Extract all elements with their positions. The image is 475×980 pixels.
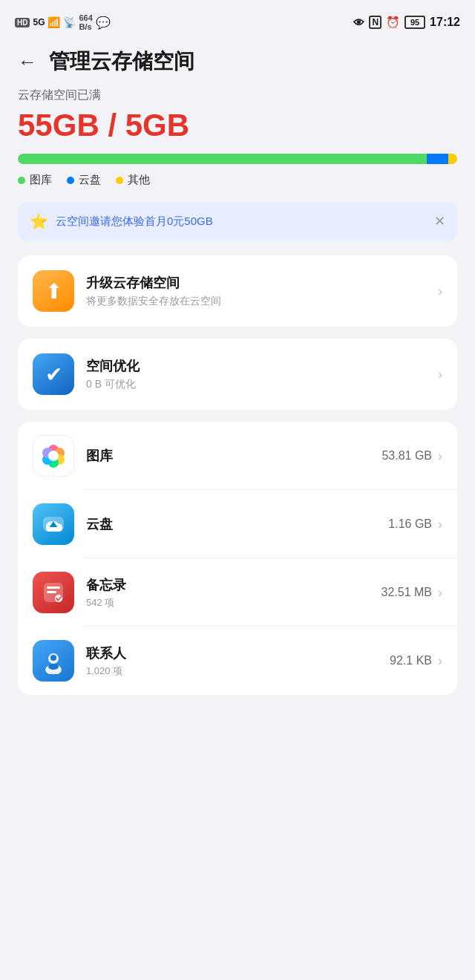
contacts-subtitle: 1,020 项 [86, 664, 390, 678]
eye-icon: 👁 [353, 16, 364, 29]
nfc-icon: N [369, 16, 381, 29]
status-left: HD 5G 📶 📡 664B/s 💬 [15, 13, 111, 31]
svg-rect-11 [47, 587, 60, 589]
banner-star-icon: ⭐ [30, 212, 48, 230]
signal-bars: 📶 [48, 16, 60, 28]
status-time: 17:12 [430, 16, 460, 29]
legend-dot-other [116, 177, 123, 184]
message-icon: 💬 [96, 16, 111, 30]
cloud-drive-size: 1.16 GB [388, 517, 432, 531]
page-header: ← 管理云存储空间 [0, 39, 475, 88]
banner-close-button[interactable]: ✕ [434, 213, 445, 229]
data-speed: 664B/s [79, 13, 92, 31]
banner-text: 云空间邀请您体验首月0元50GB [56, 215, 213, 229]
checkmark-icon: ✔ [45, 362, 62, 387]
svg-point-16 [50, 655, 56, 661]
optimize-text: 空间优化 0 B 可优化 [86, 357, 438, 391]
upgrade-text: 升级云存储空间 将更多数据安全存放在云空间 [86, 274, 438, 308]
main-content: 云存储空间已满 55GB / 5GB 图库 云盘 其他 ⭐ [0, 88, 475, 695]
storage-progress-bar [18, 154, 457, 164]
hd-badge: HD [15, 18, 30, 27]
cloud-drive-text: 云盘 [86, 515, 388, 533]
gallery-app-icon [33, 435, 74, 477]
notes-app-icon [33, 572, 74, 613]
page-title: 管理云存储空间 [49, 48, 194, 76]
storage-label: 云存储空间已满 [18, 88, 457, 103]
battery-indicator: 95 [404, 16, 425, 29]
signal-5g: 5G [33, 17, 45, 27]
optimize-subtitle: 0 B 可优化 [86, 378, 438, 391]
wifi-icon: 📡 [63, 16, 76, 28]
contacts-app-icon [33, 640, 74, 682]
progress-cloudrive [427, 154, 449, 164]
alarm-icon: ⏰ [386, 16, 400, 29]
legend-label-cloud: 云盘 [79, 173, 101, 187]
contacts-size: 92.1 KB [390, 654, 432, 667]
list-item-contacts[interactable]: 联系人 1,020 项 92.1 KB › [18, 627, 457, 695]
progress-other [448, 154, 457, 164]
contacts-text: 联系人 1,020 项 [86, 644, 390, 678]
upgrade-title: 升级云存储空间 [86, 274, 438, 292]
optimize-icon: ✔ [33, 353, 74, 395]
legend-label-gallery: 图库 [30, 173, 52, 187]
optimize-item[interactable]: ✔ 空间优化 0 B 可优化 › [18, 339, 457, 410]
upgrade-subtitle: 将更多数据安全存放在云空间 [86, 295, 438, 308]
status-right: 👁 N ⏰ 95 17:12 [353, 16, 460, 29]
svg-rect-12 [47, 591, 56, 593]
list-item-cloud-drive[interactable]: 云盘 1.16 GB › [18, 490, 457, 558]
upgrade-item[interactable]: ⬆ 升级云存储空间 将更多数据安全存放在云空间 › [18, 255, 457, 327]
promo-banner[interactable]: ⭐ 云空间邀请您体验首月0元50GB ✕ [18, 202, 457, 241]
cloud-drive-app-icon [33, 503, 74, 545]
svg-point-6 [48, 451, 59, 461]
cloud-drive-title: 云盘 [86, 515, 388, 533]
back-button[interactable]: ← [18, 50, 37, 74]
upgrade-icon: ⬆ [33, 270, 74, 312]
list-item-notes[interactable]: 备忘录 542 项 32.51 MB › [18, 558, 457, 627]
gallery-text: 图库 [86, 447, 381, 465]
cloud-drive-chevron-icon: › [438, 517, 442, 532]
progress-gallery [18, 154, 427, 164]
optimize-card: ✔ 空间优化 0 B 可优化 › [18, 339, 457, 410]
storage-legend: 图库 云盘 其他 [18, 173, 457, 187]
banner-content: ⭐ 云空间邀请您体验首月0元50GB [30, 212, 213, 230]
gallery-chevron-icon: › [438, 448, 442, 464]
legend-dot-cloud [67, 177, 74, 184]
optimize-title: 空间优化 [86, 357, 438, 375]
storage-size: 55GB / 5GB [18, 108, 457, 143]
storage-info: 云存储空间已满 55GB / 5GB 图库 云盘 其他 [18, 88, 457, 187]
optimize-chevron-icon: › [438, 367, 442, 382]
notes-chevron-icon: › [438, 585, 442, 601]
legend-dot-gallery [18, 177, 25, 184]
notes-title: 备忘录 [86, 576, 381, 594]
contacts-title: 联系人 [86, 644, 390, 662]
notes-size: 32.51 MB [381, 586, 432, 599]
list-item-gallery[interactable]: 图库 53.81 GB › [18, 422, 457, 490]
notes-subtitle: 542 项 [86, 596, 381, 610]
gallery-title: 图库 [86, 447, 381, 465]
legend-other: 其他 [116, 173, 150, 187]
upgrade-chevron-icon: › [438, 284, 442, 299]
gallery-size: 53.81 GB [381, 449, 432, 463]
notes-text: 备忘录 542 项 [86, 576, 381, 610]
svg-rect-8 [50, 526, 57, 527]
svg-point-17 [48, 664, 59, 670]
status-bar: HD 5G 📶 📡 664B/s 💬 👁 N ⏰ 95 17:12 [0, 0, 475, 39]
upload-icon: ⬆ [45, 279, 62, 304]
contacts-chevron-icon: › [438, 653, 442, 669]
legend-label-other: 其他 [128, 173, 150, 187]
legend-gallery: 图库 [18, 173, 52, 187]
app-list-card: 图库 53.81 GB › 云盘 1.16 GB › [18, 422, 457, 695]
legend-cloud: 云盘 [67, 173, 101, 187]
upgrade-card: ⬆ 升级云存储空间 将更多数据安全存放在云空间 › [18, 255, 457, 327]
